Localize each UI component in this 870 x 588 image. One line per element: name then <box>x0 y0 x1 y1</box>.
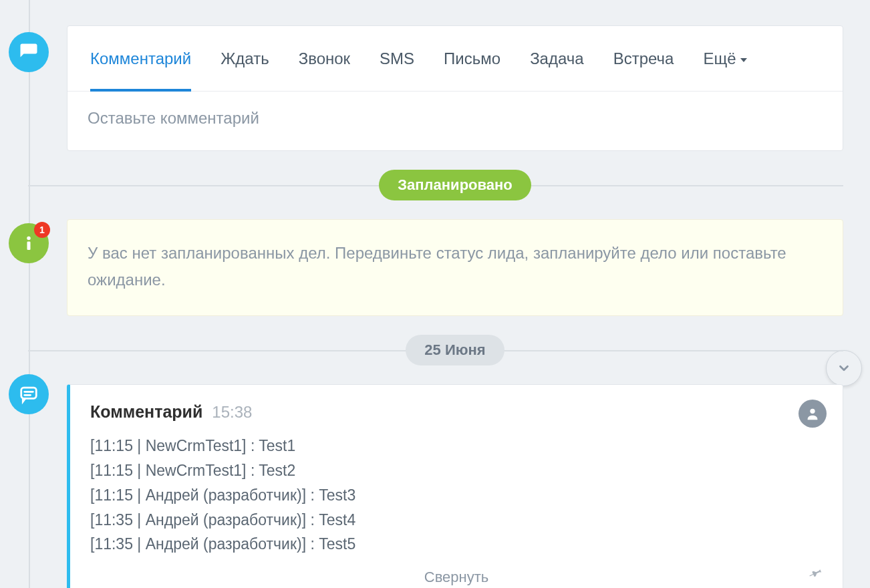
caret-down-icon <box>740 58 747 62</box>
tab-sms[interactable]: SMS <box>380 26 414 91</box>
entry-author-avatar[interactable] <box>799 400 827 428</box>
tab-comment[interactable]: Комментарий <box>90 26 191 91</box>
planned-pill-row: Запланировано <box>67 170 843 200</box>
date-pill: 25 Июня <box>406 335 504 365</box>
entry-line: [11:15 | NewCrmTest1] : Test1 <box>90 434 823 458</box>
entry-header: Комментарий 15:38 <box>90 402 823 422</box>
tab-more[interactable]: Ещё <box>703 26 746 91</box>
entry-footer: Свернуть <box>90 569 823 586</box>
entry-lines: [11:15 | NewCrmTest1] : Test1 [11:15 | N… <box>90 434 823 557</box>
collapse-button[interactable]: Свернуть <box>424 569 489 585</box>
pin-button[interactable] <box>809 566 823 583</box>
entry-time: 15:38 <box>212 403 252 422</box>
comment-entry-card: Комментарий 15:38 [11:15 | NewCrmTest1] … <box>67 384 843 588</box>
activity-tabs-card: Комментарий Ждать Звонок SMS Письмо Зада… <box>67 25 843 151</box>
comment-input-wrap <box>67 92 843 150</box>
timeline-content: Комментарий Ждать Звонок SMS Письмо Зада… <box>0 0 870 588</box>
tab-task[interactable]: Задача <box>530 26 584 91</box>
entry-title: Комментарий <box>90 402 202 422</box>
entry-line: [11:15 | Андрей (разработчик)] : Test3 <box>90 483 823 508</box>
tab-wait[interactable]: Ждать <box>221 26 269 91</box>
pin-icon <box>809 566 823 579</box>
tab-email[interactable]: Письмо <box>444 26 500 91</box>
entry-line: [11:35 | Андрей (разработчик)] : Test4 <box>90 508 823 533</box>
entry-line: [11:15 | NewCrmTest1] : Test2 <box>90 458 823 483</box>
tab-more-label: Ещё <box>703 49 736 68</box>
entry-line: [11:35 | Андрей (разработчик)] : Test5 <box>90 532 823 557</box>
planned-pill: Запланировано <box>379 170 531 200</box>
svg-point-5 <box>810 409 815 414</box>
person-icon <box>805 406 820 421</box>
tabs-row: Комментарий Ждать Звонок SMS Письмо Зада… <box>67 26 843 92</box>
info-card: У вас нет запланированных дел. Передвинь… <box>67 219 843 316</box>
date-pill-row: 25 Июня <box>67 335 843 365</box>
tab-call[interactable]: Звонок <box>299 26 350 91</box>
comment-input[interactable] <box>88 109 823 128</box>
info-message: У вас нет запланированных дел. Передвинь… <box>88 244 786 289</box>
tab-meeting[interactable]: Встреча <box>613 26 674 91</box>
